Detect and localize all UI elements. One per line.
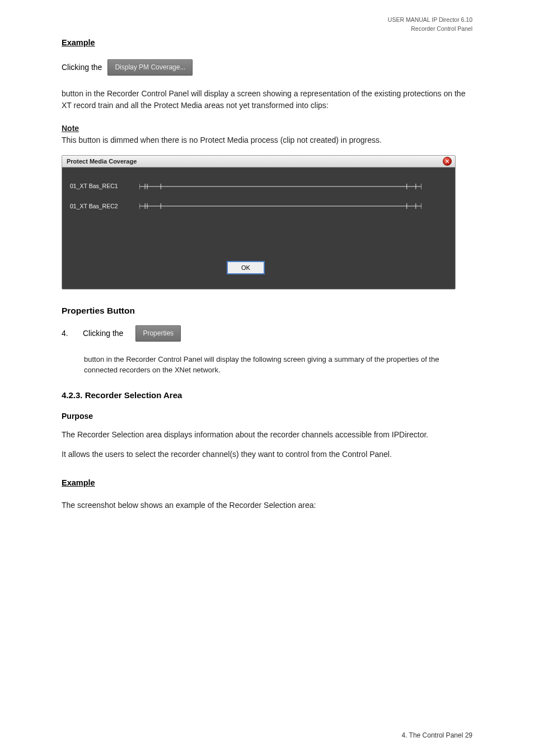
properties-after: button in the Recorder Control Panel wil… <box>84 354 472 376</box>
protect-media-coverage-dialog: Protect Media Coverage 01_XT Bas_REC1 <box>62 155 456 290</box>
close-icon[interactable] <box>443 157 452 166</box>
purpose-heading: Purpose <box>62 410 472 422</box>
page-footer: 4. The Control Panel 29 <box>401 730 472 740</box>
track-row: 01_XT Bas_REC2 <box>70 202 421 211</box>
header-line2: Recorder Control Panel <box>388 25 472 34</box>
dialog-titlebar: Protect Media Coverage <box>62 156 455 167</box>
example-heading: Example <box>62 37 472 49</box>
note-label: Note <box>62 124 79 133</box>
recorder-selection-heading: 4.2.3. Recorder Selection Area <box>62 389 472 402</box>
header-line1: USER MANUAL IP Director 6.10 <box>388 16 472 25</box>
note-text: This button is dimmed when there is no P… <box>62 136 382 144</box>
track-label: 01_XT Bas_REC1 <box>70 182 132 191</box>
track-label: 01_XT Bas_REC2 <box>70 202 132 211</box>
properties-step: 4. Clicking the Properties <box>62 325 472 342</box>
para1-after: button in the Recorder Control Panel wil… <box>62 88 472 111</box>
track-timeline <box>139 183 421 190</box>
display-pm-coverage-button[interactable]: Display PM Coverage... <box>107 59 193 76</box>
step-number: 4. <box>62 328 75 339</box>
step-before: Clicking the <box>83 328 123 339</box>
para-display-pm: Clicking the Display PM Coverage... <box>62 59 472 76</box>
properties-heading: Properties Button <box>62 304 472 317</box>
example2-para: The screenshot below shows an example of… <box>62 500 472 511</box>
track-row: 01_XT Bas_REC1 <box>70 182 421 191</box>
track-timeline <box>139 202 421 210</box>
note-para: Note This button is dimmed when there is… <box>62 123 472 146</box>
page-header: USER MANUAL IP Director 6.10 Recorder Co… <box>388 16 472 34</box>
example2-heading: Example <box>62 477 472 489</box>
dialog-title-text: Protect Media Coverage <box>67 157 137 166</box>
purpose-para1: The Recorder Selection area displays inf… <box>62 429 472 441</box>
dialog-body: 01_XT Bas_REC1 01_XT Bas_REC2 <box>62 167 455 290</box>
ok-button[interactable]: OK <box>227 261 265 274</box>
para1-before: Clicking the <box>62 62 102 73</box>
purpose-para2: It allows the users to select the record… <box>62 449 472 460</box>
properties-button[interactable]: Properties <box>135 325 181 342</box>
